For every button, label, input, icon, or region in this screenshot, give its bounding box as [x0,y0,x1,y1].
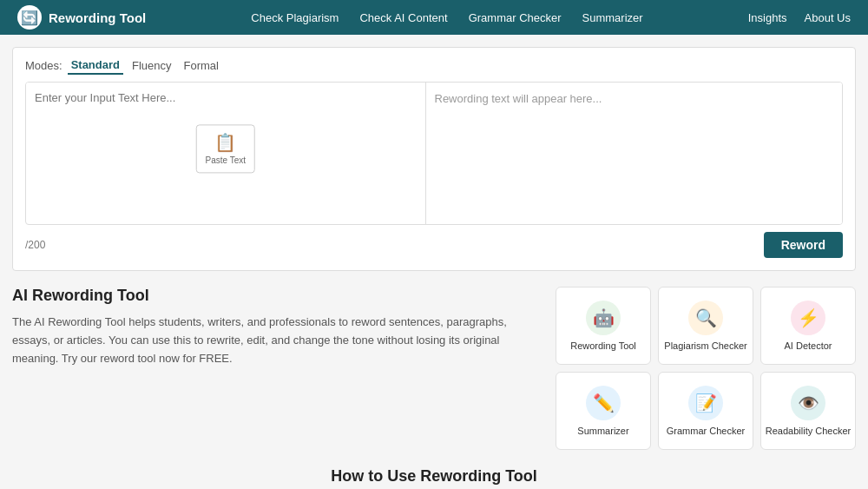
readability-checker-icon: 👁️ [791,386,825,420]
info-section: AI Rewording Tool The AI Rewording Tool … [12,287,856,450]
mode-formal[interactable]: Formal [181,57,222,74]
tools-grid: 🤖 Rewording Tool 🔍 Plagiarism Checker ⚡ … [556,287,856,450]
main-nav: Check Plagiarism Check AI Content Gramma… [251,11,642,24]
nav-grammar-checker[interactable]: Grammar Checker [469,11,562,24]
tool-card-plagiarism[interactable]: 🔍 Plagiarism Checker [658,287,753,365]
ai-detector-icon: ⚡ [791,301,825,335]
how-to-section: How to Use Rewording Tool 📋 Enter Input … [12,467,856,489]
ai-detector-name: AI Detector [784,340,832,351]
tool-card-grammar[interactable]: 📝 Grammar Checker [658,372,753,450]
nav-insights[interactable]: Insights [748,11,787,24]
nav-check-ai-content[interactable]: Check AI Content [359,11,447,24]
paste-label: Paste Text [205,155,246,165]
paste-button[interactable]: 📋 Paste Text [195,124,255,173]
modes-label: Modes: [25,59,62,72]
tool-container: Modes: Standard Fluency Formal 📋 Paste T… [12,47,856,271]
logo-icon: 🔄 [17,5,42,30]
logo-text: Rewording Tool [49,10,146,25]
mode-standard[interactable]: Standard [68,56,123,75]
tool-card-rewording[interactable]: 🤖 Rewording Tool [556,287,651,365]
mode-fluency[interactable]: Fluency [128,57,175,74]
reword-button[interactable]: Reword [764,232,843,258]
nav-check-plagiarism[interactable]: Check Plagiarism [251,11,339,24]
plagiarism-checker-name: Plagiarism Checker [664,340,746,351]
header-right-nav: Insights About Us [748,11,851,24]
grammar-checker-icon: 📝 [688,386,723,420]
nav-about-us[interactable]: About Us [805,11,851,24]
tools-row-2: ✏️ Summarizer 📝 Grammar Checker 👁️ Reada… [556,372,856,450]
rewording-tool-icon: 🤖 [586,301,621,335]
tool-card-summarizer[interactable]: ✏️ Summarizer [556,372,651,450]
nav-summarizer[interactable]: Summarizer [582,11,643,24]
tool-card-ai-detector[interactable]: ⚡ AI Detector [760,287,856,365]
tools-row-1: 🤖 Rewording Tool 🔍 Plagiarism Checker ⚡ … [556,287,856,365]
plagiarism-checker-icon: 🔍 [688,301,723,335]
summarizer-name: Summarizer [577,426,628,436]
header: 🔄 Rewording Tool Check Plagiarism Check … [0,0,868,35]
output-area: Rewording text will appear here... [426,83,843,224]
grammar-checker-name: Grammar Checker [667,426,745,436]
output-placeholder: Rewording text will appear here... [435,92,602,105]
info-title: AI Rewording Tool [12,287,529,305]
tool-card-readability[interactable]: 👁️ Readability Checker [760,372,856,450]
info-text: AI Rewording Tool The AI Rewording Tool … [12,287,538,450]
logo[interactable]: 🔄 Rewording Tool [17,5,146,30]
text-areas: 📋 Paste Text Rewording text will appear … [25,82,843,225]
summarizer-icon: ✏️ [586,386,621,420]
bottom-row: /200 Reword [25,232,843,258]
modes-row: Modes: Standard Fluency Formal [25,56,843,75]
info-desc: The AI Rewording Tool helps students, wr… [12,314,529,367]
how-to-title: How to Use Rewording Tool [12,467,856,486]
readability-checker-name: Readability Checker [766,426,851,436]
rewording-tool-name: Rewording Tool [570,340,636,351]
input-area: 📋 Paste Text [26,83,426,224]
char-count: /200 [25,239,45,251]
paste-icon: 📋 [214,132,236,153]
